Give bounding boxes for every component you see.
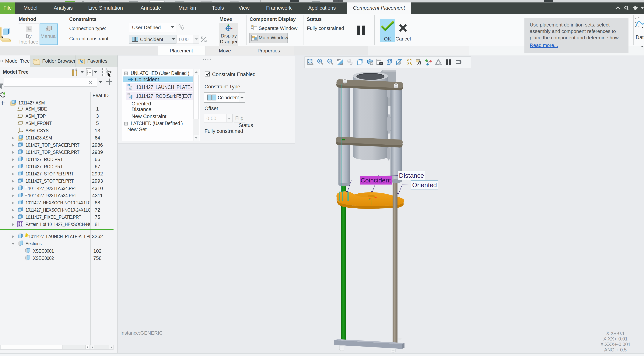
svg-text:Oriented: Oriented [412, 181, 437, 188]
svg-text:X.XX+-0.01: X.XX+-0.01 [603, 336, 628, 341]
svg-text:Coincident: Coincident [360, 177, 391, 184]
svg-text:Distance: Distance [399, 172, 424, 179]
svg-text:ANG.+-0.5: ANG.+-0.5 [604, 347, 627, 352]
svg-text:Instance:GENERIC: Instance:GENERIC [120, 330, 163, 336]
svg-text:X.XXX+-0.001: X.XXX+-0.001 [600, 342, 630, 347]
svg-text:Datu: Datu [636, 35, 644, 40]
svg-text:X.X+-0.1: X.X+-0.1 [606, 331, 625, 336]
